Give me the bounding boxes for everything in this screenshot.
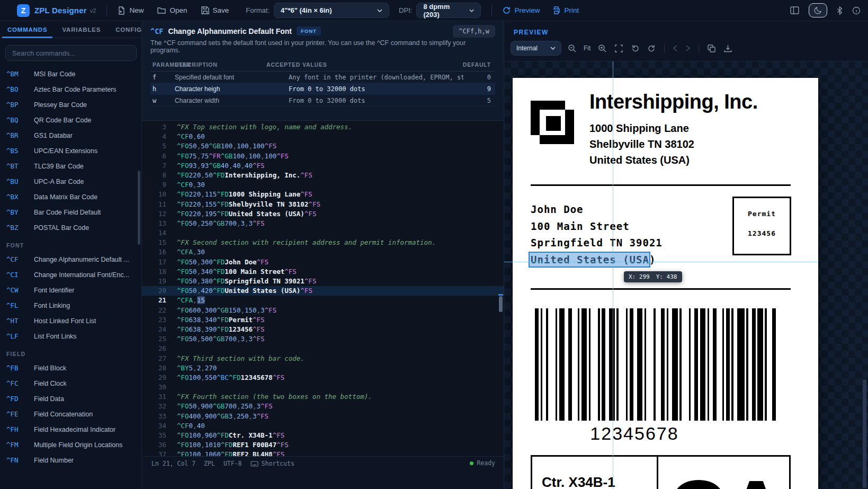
sidebar-command-item[interactable]: ^BPPlessey Bar Code (0, 97, 141, 112)
fit-button[interactable]: Fit (583, 45, 592, 52)
editor-line[interactable]: 17^FO50,300^FDJohn Doe^FS (142, 257, 504, 267)
editor-line[interactable]: 34^CF0,40 (142, 421, 504, 431)
preview-scrollbar[interactable] (863, 379, 866, 488)
editor-line[interactable]: 7^FO93,93^GB40,40,40^FS (142, 161, 504, 171)
label-recipient-line[interactable]: Springfield TN 39021 (531, 235, 663, 252)
sidebar-command-item[interactable]: ^FHField Hexadecimal Indicator (0, 422, 141, 437)
editor-line[interactable]: 10^FO220,115^FD1000 Shipping Lane^FS (142, 190, 504, 199)
next-button[interactable] (684, 43, 692, 54)
sidebar-command-item[interactable]: ^FEField Concatenation (0, 406, 141, 422)
editor-line[interactable]: 22^FO600,300^GB150,150,3^FS (142, 306, 504, 315)
undo-button[interactable] (629, 42, 641, 55)
label-preview[interactable]: Intershipping, Inc. 1000 Shipping LaneSh… (513, 78, 818, 489)
sidebar-scrollbar[interactable] (138, 171, 140, 245)
editor-line[interactable]: 32^FO50,900^GB700,250,3^FS (142, 402, 504, 411)
sidebar-command-item[interactable]: ^FCField Clock (0, 376, 141, 391)
sidebar-command-item[interactable]: ^CIChange International Font/Enc... (0, 267, 141, 282)
redo-button[interactable] (646, 42, 658, 55)
parameter-row[interactable]: hCharacter heighFrom 0 to 32000 dots9 (150, 83, 495, 95)
editor-line[interactable]: 28^BY5,2,270 (142, 363, 504, 373)
label-permit-box[interactable]: Permit 123456 (732, 197, 791, 255)
editor-line[interactable]: 31^FX Fourth section (the two boxes on t… (142, 392, 504, 402)
sidebar-command-item[interactable]: ^BYBar Code Field Default (0, 205, 141, 220)
editor-line[interactable]: 19^FO50,380^FDSpringfield TN 39021^FS (142, 277, 504, 286)
info-button[interactable] (852, 6, 861, 15)
editor-line[interactable]: 25^FO50,500^GB700,3,3^FS (142, 334, 504, 344)
editor-line[interactable]: 15^FX Second section with recipient addr… (142, 238, 504, 247)
container-ref-text[interactable]: Ctr. X34B-1 (542, 474, 615, 489)
zoom-in-button[interactable] (596, 42, 609, 55)
previous-button[interactable] (671, 43, 679, 54)
editor-line[interactable]: 36^FO100,1010^FDREF1 F00B47^FS (142, 440, 504, 450)
sidebar-command-item[interactable]: ^LFList Font Links (0, 328, 141, 344)
editor-line[interactable]: 30 (142, 383, 504, 392)
bluetooth-button[interactable] (837, 6, 843, 15)
qa-text[interactable]: QA (660, 463, 791, 489)
editor-line[interactable]: 6^FO75,75^FR^GB100,100,100^FS (142, 152, 504, 161)
save-button[interactable]: Save (201, 6, 229, 14)
encoding[interactable]: UTF-8 (223, 460, 242, 467)
editor-line[interactable]: 35^FO100,960^FDCtr. X34B-1^FS (142, 431, 504, 440)
zpl-code-editor[interactable]: 3^FX Top section with logo, name and add… (142, 121, 504, 456)
editor-line[interactable]: 24^FO638,390^FD123456^FS (142, 325, 504, 334)
editor-line[interactable]: 3^FX Top section with logo, name and add… (142, 122, 504, 132)
label-address-line[interactable]: United States (USA) (589, 152, 694, 168)
dpi-select[interactable]: 8 dpmm (203) (416, 3, 481, 18)
editor-line[interactable]: 26 (142, 344, 504, 353)
label-recipient-line[interactable]: John Doe (531, 201, 663, 218)
sidebar-command-item[interactable]: ^BOAztec Bar Code Parameters (0, 82, 141, 97)
sidebar-command-item[interactable]: ^BUUPC-A Bar Code (0, 174, 141, 189)
editor-line[interactable]: 23^FO638,340^FDPermit^FS (142, 315, 504, 325)
download-button[interactable] (722, 42, 734, 55)
editor-line[interactable]: 16^CFA,30 (142, 247, 504, 257)
editor-line[interactable]: 14 (142, 228, 504, 238)
sidebar-command-item[interactable]: ^BRGS1 Databar (0, 128, 141, 143)
editor-line[interactable]: 13^FO50,250^GB700,3,3^FS (142, 219, 504, 228)
label-company-name[interactable]: Intershipping, Inc. (589, 91, 758, 113)
sidebar-command-item[interactable]: ^BZPOSTAL Bar Code (0, 220, 141, 235)
sidebar-command-item[interactable]: ^BQQR Code Bar Code (0, 112, 141, 128)
editor-line[interactable]: 11^FO220,155^FDShelbyville TN 38102^FS (142, 200, 504, 209)
preview-canvas[interactable]: Intershipping, Inc. 1000 Shipping LaneSh… (504, 61, 868, 489)
parameter-row[interactable]: wCharacter widthFrom 0 to 32000 dots5 (150, 95, 495, 106)
parameter-row[interactable]: fSpecified default fontAny font in the p… (150, 72, 495, 83)
language-mode[interactable]: ZPL (204, 460, 215, 467)
editor-line[interactable]: 37^FO100,1060^FDREF2 BL4H8^FS (142, 450, 504, 456)
sidebar-command-item[interactable]: ^BTTLC39 Bar Code (0, 158, 141, 174)
sidebar-command-item[interactable]: ^CWFont Identifier (0, 282, 141, 298)
sidebar-command-item[interactable]: ^CFChange Alphanumeric Default ... (0, 252, 141, 267)
shortcuts-link[interactable]: Shortcuts (262, 460, 294, 467)
sidebar-command-item[interactable]: ^FLFont Linking (0, 298, 141, 313)
search-commands-input[interactable] (5, 45, 137, 61)
label-divider-line[interactable] (531, 184, 791, 186)
editor-line[interactable]: 5^FO50,50^GB100,100,100^FS (142, 141, 504, 151)
format-select[interactable]: 4"*6" (4in × 6in) (274, 3, 389, 18)
label-recipient-line[interactable]: 100 Main Street (531, 218, 663, 235)
label-address-line[interactable]: 1000 Shipping Lane (589, 120, 694, 136)
panel-layout-button[interactable] (790, 6, 799, 14)
dark-mode-button[interactable] (809, 3, 827, 17)
print-button[interactable]: Print (552, 6, 579, 14)
editor-line[interactable]: 29^FO100,550^BC^FD12345678^FS (142, 373, 504, 383)
editor-line[interactable]: 27^FX Third section with bar code. (142, 354, 504, 363)
label-address-line[interactable]: Shelbyville TN 38102 (589, 136, 694, 152)
sidebar-command-item[interactable]: ^FNField Number (0, 452, 141, 468)
open-button[interactable]: Open (157, 6, 187, 14)
sidebar-command-item[interactable]: ^BSUPC/EAN Extensions (0, 143, 141, 158)
sidebar-command-item[interactable]: ^HTHost Linked Font List (0, 313, 141, 328)
sidebar-command-item[interactable]: ^FMMultiple Field Origin Locations (0, 437, 141, 452)
sidebar-command-item[interactable]: ^BXData Matrix Bar Code (0, 189, 141, 205)
editor-line[interactable]: 20^FO50,420^FDUnited States (USA)^FS (142, 286, 504, 296)
editor-line[interactable]: 4^CF0,60 (142, 132, 504, 141)
barcode[interactable] (535, 308, 776, 421)
label-divider-line[interactable] (531, 288, 791, 290)
sidebar-command-item[interactable]: ^FBField Block (0, 360, 141, 376)
editor-line[interactable]: 33^FO400,900^GB3,250,3^FS (142, 412, 504, 421)
copy-button[interactable] (705, 42, 718, 55)
editor-line[interactable]: 9^CF0,30 (142, 180, 504, 190)
renderer-select[interactable]: Internal (511, 41, 561, 56)
zoom-out-button[interactable] (566, 42, 578, 55)
tab-variables[interactable]: VARIABLES (61, 21, 102, 38)
preview-button[interactable]: Preview (503, 6, 540, 14)
barcode-value[interactable]: 12345678 (513, 423, 756, 444)
